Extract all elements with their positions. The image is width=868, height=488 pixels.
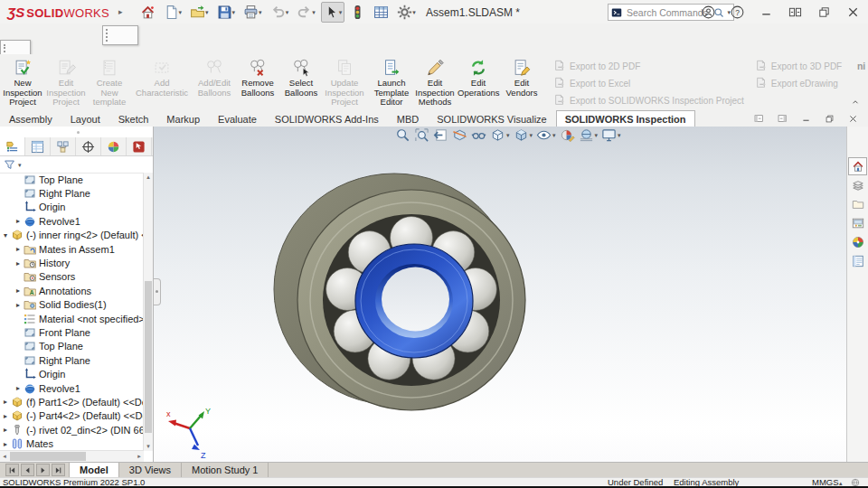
scroll-up-icon[interactable]: ▴ <box>144 173 153 182</box>
print-button[interactable]: ▾ <box>241 2 265 23</box>
edit-appearance-button[interactable] <box>560 127 575 143</box>
tree-item[interactable]: ▸Revolve1 <box>0 381 144 395</box>
tree-item[interactable]: ▸(f) Part1<2> (Default) <<Default <box>0 395 144 408</box>
tab-assembly[interactable]: Assembly <box>0 111 61 127</box>
design-library-button[interactable] <box>848 176 867 194</box>
jump-to-end-button[interactable] <box>52 464 65 476</box>
launch-template-editor-button[interactable]: Launch Template Editor <box>370 56 413 109</box>
minimize-button[interactable] <box>757 2 776 23</box>
dropdown-caret-icon[interactable]: ▾ <box>339 9 343 15</box>
dropdown-caret-icon[interactable]: ▾ <box>552 132 556 138</box>
tree-item[interactable]: ▾(-) inner ring<2> (Default) <<Def <box>0 229 144 242</box>
edit-inspection-methods-button[interactable]: Edit Inspection Methods <box>413 56 457 109</box>
edit-operations-button[interactable]: Edit Operations <box>457 56 500 99</box>
dropdown-caret-icon[interactable]: ▾ <box>179 9 183 15</box>
zoom-to-area-button[interactable] <box>414 127 429 143</box>
scroll-down-icon[interactable]: ▾ <box>144 442 153 451</box>
redo-button[interactable]: ▾ <box>294 2 318 23</box>
rebuild-button[interactable] <box>347 2 368 23</box>
home-button[interactable] <box>137 2 158 23</box>
expand-arrow-icon[interactable]: ▸ <box>13 301 24 309</box>
dropdown-caret-icon[interactable]: ▾ <box>618 132 621 138</box>
dropdown-caret-icon[interactable]: ▾ <box>312 9 316 15</box>
step-back-button[interactable] <box>21 464 34 476</box>
previous-view-button[interactable] <box>433 127 448 143</box>
tree-item[interactable]: ▸History <box>0 256 144 269</box>
tree-item[interactable]: Front Plane <box>0 325 144 339</box>
tree-item[interactable]: Origin <box>0 367 144 380</box>
expand-arrow-icon[interactable]: ▸ <box>0 426 11 434</box>
manager-tab-inspection-tab[interactable] <box>127 137 152 155</box>
manager-tab-propertymanager[interactable] <box>25 137 51 155</box>
solidworks-resources-button[interactable] <box>848 157 867 175</box>
tab-model[interactable]: Model <box>69 463 119 477</box>
manager-tab-configurationmanager[interactable] <box>51 137 76 155</box>
expand-arrow-icon[interactable]: ▸ <box>13 217 24 225</box>
floating-toolbar-empty[interactable] <box>102 25 138 45</box>
tab-evaluate[interactable]: Evaluate <box>209 111 266 127</box>
tree-item[interactable]: ▸Mates in Assem1 <box>0 242 144 256</box>
tree-item[interactable]: ▸AAnnotations <box>0 284 144 297</box>
tree-item[interactable]: Right Plane <box>0 353 144 367</box>
panel-splitter-handle[interactable] <box>154 278 161 305</box>
pane-toggle-button[interactable] <box>786 2 805 23</box>
new-inspection-project-button[interactable]: New Inspection Project <box>1 56 44 109</box>
jump-to-start-button[interactable] <box>5 464 19 476</box>
save-button[interactable]: ▾ <box>214 2 239 23</box>
expand-arrow-icon[interactable]: ▸ <box>13 384 24 392</box>
tree-item[interactable]: Material <not specified> <box>0 312 144 325</box>
filter-caret-icon[interactable]: ▾ <box>18 162 22 168</box>
file-explorer-button[interactable] <box>848 195 867 213</box>
zoom-to-fit-button[interactable] <box>395 127 410 143</box>
tab-solidworks-visualize[interactable]: SOLIDWORKS Visualize <box>428 111 555 127</box>
toolbar-grip-icon[interactable] <box>106 29 109 42</box>
tree-item[interactable]: Origin <box>0 201 144 214</box>
user-account-button[interactable] <box>699 2 718 23</box>
tab-solidworks-add-ins[interactable]: SOLIDWORKS Add-Ins <box>266 111 388 127</box>
tab-solidworks-inspection[interactable]: SOLIDWORKS Inspection <box>556 110 695 127</box>
tab-3d-views[interactable]: 3D Views <box>119 463 182 477</box>
tab-markup[interactable]: Markup <box>157 111 209 127</box>
tree-item[interactable]: ▸(-) Part4<2> (Default) <<Default <box>0 409 144 423</box>
expand-arrow-icon[interactable]: ▸ <box>13 286 24 295</box>
tab-motion-study-1[interactable]: Motion Study 1 <box>182 463 269 477</box>
dropdown-caret-icon[interactable]: ▾ <box>595 132 599 138</box>
dropdown-caret-icon[interactable]: ▾ <box>530 132 533 138</box>
tree-item[interactable]: ▸Revolve1 <box>0 214 144 228</box>
tab-mbd[interactable]: MBD <box>388 111 428 127</box>
expand-arrow-icon[interactable]: ▸ <box>13 259 24 267</box>
edit-vendors-button[interactable]: Edit Vendors <box>500 56 543 99</box>
manager-tab-dimxpertmanager[interactable] <box>76 137 101 155</box>
expand-arrow-icon[interactable]: ▸ <box>0 412 11 420</box>
scrollbar-thumb[interactable] <box>145 281 152 433</box>
dropdown-caret-icon[interactable]: ▾ <box>259 9 262 15</box>
new-document-button[interactable]: ▾ <box>161 2 185 23</box>
scrollbar-thumb[interactable] <box>10 452 86 461</box>
step-forward-button[interactable] <box>36 464 50 476</box>
scroll-right-icon[interactable]: ▸ <box>135 451 144 462</box>
display-style-button[interactable]: ▾ <box>514 127 533 143</box>
logo-expand-arrow-icon[interactable]: ▸ <box>118 7 123 16</box>
restore-button[interactable] <box>815 2 834 23</box>
tree-item[interactable]: ▸Solid Bodies(1) <box>0 298 144 312</box>
expand-arrow-icon[interactable]: ▸ <box>13 245 24 253</box>
appearances-scenes-button[interactable] <box>848 233 867 251</box>
view-palette-button[interactable] <box>848 214 867 232</box>
tree-item[interactable]: Top Plane <box>0 340 144 353</box>
expand-arrow-icon[interactable]: ▸ <box>0 440 11 448</box>
manager-tab-displaymanager[interactable] <box>101 137 127 155</box>
scroll-left-icon[interactable]: ◂ <box>0 451 9 462</box>
select-cursor-button[interactable]: ▾ <box>321 2 345 23</box>
dynamic-annotation-views-button[interactable] <box>471 127 486 143</box>
hide-show-items-button[interactable]: ▾ <box>536 127 556 143</box>
section-view-button[interactable] <box>452 127 467 143</box>
view-settings-button[interactable]: ▾ <box>601 127 621 143</box>
dropdown-caret-icon[interactable]: ▾ <box>286 9 289 15</box>
help-button[interactable]: ? <box>728 2 747 23</box>
dropdown-caret-icon[interactable]: ▾ <box>232 9 236 15</box>
panel-resize-handle[interactable] <box>0 127 153 137</box>
tree-horizontal-scrollbar[interactable]: ◂ ▸ <box>0 450 144 462</box>
expand-arrow-icon[interactable]: ▸ <box>0 398 11 406</box>
tree-item[interactable]: Right Plane <box>0 186 144 200</box>
collapse-ribbon-button[interactable] <box>850 98 861 107</box>
